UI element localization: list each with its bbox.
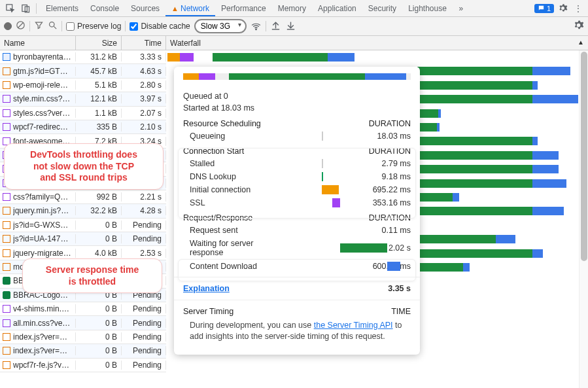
table-row[interactable]: styles.css?ver…1.1 kB2.07 s [0,107,166,120]
request-name: index.js?ver=… [13,332,67,342]
tab-security[interactable]: Security [362,1,402,16]
col-name-header[interactable]: Name [0,36,76,50]
table-row[interactable]: css?family=Q…992 B2.21 s [0,190,166,204]
server-timing-note: During development, you can use the Serv… [183,320,411,343]
request-size: 12.1 kB [76,94,122,103]
device-toolbar-icon[interactable] [18,1,33,16]
download-har-icon[interactable] [285,20,296,33]
table-row[interactable]: wp-emoji-rele…5.1 kB2.80 s [0,79,166,92]
file-type-icon [3,123,10,131]
request-size: 4.0 kB [76,249,122,258]
network-toolbar: Preserve log Disable cache Slow 3G [0,17,588,36]
table-row[interactable]: wpcf7r-fe.js?v…0 BPending [0,359,166,372]
table-row[interactable]: index.js?ver=…0 BPending [0,344,166,358]
record-icon[interactable] [4,22,12,30]
file-type-icon [3,53,10,61]
svg-line-6 [54,26,56,29]
file-type-icon [3,249,10,257]
file-type-icon [3,95,10,103]
col-size-header[interactable]: Size [76,36,122,50]
file-type-icon [3,319,10,327]
tab-network[interactable]: ▲Network [165,1,215,16]
col-waterfall-header[interactable]: Waterfall ▲ [166,36,588,50]
svg-point-5 [50,22,55,27]
table-row[interactable]: index.js?ver=…0 BPending [0,330,166,344]
request-name: byronbayrenta… [13,52,71,62]
request-size: 5.1 kB [76,80,122,90]
table-row[interactable]: js?id=UA-147…0 BPending [0,232,166,246]
search-icon[interactable] [48,20,58,32]
disable-cache-checkbox[interactable]: Disable cache [130,22,190,31]
table-row[interactable]: jquery.min.js?…32.2 kB4.28 s [0,204,166,218]
table-row[interactable]: style.min.css?…12.1 kB3.97 s [0,92,166,106]
disable-cache-label: Disable cache [141,22,190,31]
request-name: style.min.css?… [13,94,70,103]
upload-har-icon[interactable] [270,20,281,33]
preserve-log-checkbox[interactable]: Preserve log [66,22,121,31]
tab-console[interactable]: Console [84,1,125,16]
request-name: styles.css?ver… [13,109,70,118]
table-row[interactable]: js?id=G-WXS…0 BPending [0,219,166,232]
table-row[interactable]: v4-shims.min.…0 BPending [0,302,166,316]
tab-application[interactable]: Application [312,1,362,16]
request-name: wpcf7-redirec… [13,122,68,132]
tab-lighthouse[interactable]: Lighthouse [402,1,453,16]
file-type-icon [3,207,10,215]
request-size: 335 B [76,122,122,132]
request-time: 2.53 s [122,249,166,258]
request-time: 3.97 s [122,94,166,103]
request-time: 2.10 s [122,122,166,132]
table-row[interactable]: gtm.js?id=GT…45.7 kB4.63 s [0,64,166,78]
tab-memory[interactable]: Memory [272,1,312,16]
request-name: index.js?ver=… [13,346,67,355]
started-line: Started at 18.03 ms [174,103,420,115]
request-size: 0 B [76,361,122,370]
request-time: 2.80 s [122,80,166,90]
columns-header: Name Size Time Waterfall ▲ [0,36,588,50]
request-size: 1.1 kB [76,109,122,118]
messages-badge[interactable]: 1 [534,4,554,13]
request-time: Pending [122,332,166,342]
request-time: Pending [122,234,166,243]
file-type-icon [3,81,10,89]
tab-elements[interactable]: Elements [40,1,84,16]
svg-line-4 [18,23,24,28]
request-name: gtm.js?id=GT… [13,67,68,76]
table-row[interactable]: all.min.css?ve…0 BPending [0,316,166,330]
file-type-icon [3,221,10,229]
warning-icon: ▲ [171,5,179,12]
tab-sources[interactable]: Sources [125,1,165,16]
file-type-icon [3,333,10,341]
file-type-icon [3,361,10,369]
kebab-menu-icon[interactable]: ⋮ [571,1,585,16]
col-time-header[interactable]: Time [122,36,166,50]
throttling-select[interactable]: Slow 3G [194,19,247,33]
clear-icon[interactable] [16,20,26,32]
waterfall-row[interactable] [166,359,579,372]
settings-gear-icon[interactable] [555,1,570,16]
summary-bar [183,73,411,80]
request-size: 0 B [76,319,122,328]
request-size: 31.2 kB [76,52,122,62]
timing-popover: Queued at 0 Started at 18.03 ms Resource… [174,67,420,355]
file-type-icon [3,291,10,299]
request-table: byronbayrenta…31.2 kB3.33 sgtm.js?id=GT…… [0,50,166,372]
table-row[interactable]: byronbayrenta…31.2 kB3.33 s [0,50,166,64]
more-tabs-icon[interactable]: » [454,1,468,16]
table-row[interactable]: wpcf7-redirec…335 B2.10 s [0,120,166,134]
server-timing-api-link[interactable]: the Server Timing API [314,321,393,330]
request-name: wpcf7r-fe.js?v… [13,361,69,370]
vertical-scrollbar[interactable] [579,50,588,388]
request-time: 4.28 s [122,206,166,215]
annotation-response-note: Server response timeis throttled [22,258,162,293]
waterfall-row[interactable] [166,50,579,64]
panel-settings-gear-icon[interactable] [573,20,584,33]
separator [36,3,37,14]
file-type-icon [3,109,10,117]
inspect-element-icon[interactable] [3,1,17,16]
file-type-icon [3,263,10,271]
explanation-link[interactable]: Explanation [183,284,230,293]
tab-performance[interactable]: Performance [215,1,272,16]
filter-icon[interactable] [34,20,44,32]
network-conditions-icon[interactable] [251,20,262,33]
